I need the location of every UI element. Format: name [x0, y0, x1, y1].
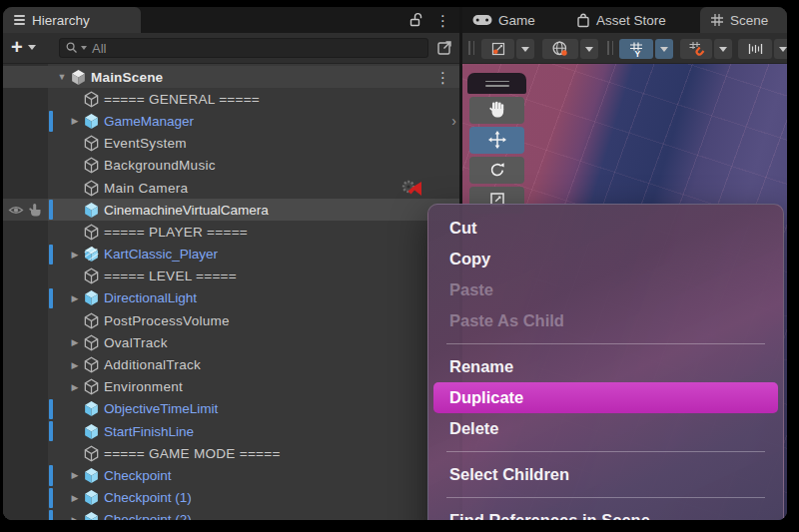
grid-visibility-dropdown[interactable] — [655, 39, 673, 59]
row-menu-button[interactable]: ⋮ — [435, 66, 450, 88]
hierarchy-row[interactable]: ===== GAME MODE ===== — [3, 442, 459, 464]
row-content[interactable]: BackgroundMusic — [48, 155, 459, 177]
row-content[interactable]: CinemachineVirtualCamera — [48, 199, 459, 221]
row-content[interactable]: ===== GAME MODE ===== — [48, 442, 459, 464]
menu-item[interactable] — [446, 451, 765, 452]
hierarchy-row[interactable]: ▶ Checkpoint — [3, 464, 459, 486]
row-content[interactable]: StartFinishLine — [48, 420, 459, 442]
view-hand-tool-button[interactable] — [469, 97, 524, 125]
row-content[interactable]: ▶ AdditionalTrack — [48, 353, 459, 375]
hierarchy-row[interactable]: ▶ AdditionalTrack — [3, 353, 459, 375]
menu-item[interactable]: Find References in Scene — [428, 505, 783, 520]
hierarchy-row[interactable]: ObjectiveTimeLimit — [3, 398, 459, 420]
disclosure-arrow[interactable]: ▶ — [68, 354, 82, 376]
hierarchy-row[interactable]: ===== PLAYER ===== — [3, 221, 459, 243]
chevron-down-icon — [660, 47, 668, 52]
disclosure-arrow[interactable]: ▶ — [68, 244, 82, 266]
eye-icon[interactable] — [8, 204, 24, 217]
lock-icon[interactable] — [408, 7, 423, 33]
row-content[interactable]: ▼ MainScene ⋮ — [48, 66, 459, 88]
prefab-cube-icon — [83, 202, 100, 219]
search-input[interactable]: All — [59, 38, 428, 58]
pick-hand-icon[interactable] — [28, 203, 43, 218]
hierarchy-row[interactable]: PostProcessVolume — [3, 309, 459, 331]
panel-tab[interactable]: Game — [462, 7, 545, 33]
disclosure-arrow[interactable]: ▶ — [68, 331, 82, 353]
row-content[interactable]: ▶ GameManager › — [48, 110, 459, 132]
grid-snapping-dropdown[interactable] — [714, 39, 732, 59]
tool-handle-position-button[interactable] — [481, 39, 514, 59]
hierarchy-row[interactable]: ===== GENERAL ===== — [3, 88, 459, 110]
grid-visibility-button[interactable]: Y — [619, 39, 653, 59]
hierarchy-row[interactable]: Main Camera — [3, 177, 459, 199]
tool-handle-rotation-button[interactable] — [542, 39, 578, 59]
hierarchy-row[interactable]: ▶ KartClassic_Player — [3, 244, 459, 266]
row-content[interactable]: ▶ DirectionalLight — [48, 287, 459, 309]
menu-item[interactable]: Paste As Child — [428, 305, 783, 336]
menu-item[interactable]: Copy — [428, 244, 783, 274]
disclosure-arrow[interactable]: ▼ — [55, 66, 69, 88]
row-content[interactable]: ===== LEVEL ===== — [48, 266, 459, 287]
hierarchy-row[interactable]: ▼ MainScene ⋮ — [3, 66, 459, 88]
row-content[interactable]: ▶ Checkpoint — [48, 464, 459, 486]
menu-item[interactable]: Rename — [428, 351, 783, 382]
row-content[interactable]: ObjectiveTimeLimit — [48, 398, 459, 420]
row-content[interactable]: ▶ Environment — [48, 376, 459, 398]
create-object-button[interactable]: + — [11, 36, 36, 58]
popout-window-icon[interactable] — [435, 38, 454, 61]
row-content[interactable]: EventSystem — [48, 133, 459, 155]
menu-item-label: Paste — [449, 280, 493, 299]
menu-item[interactable]: Duplicate — [433, 382, 778, 413]
disclosure-arrow[interactable]: ▶ — [68, 509, 82, 520]
hierarchy-row[interactable]: BackgroundMusic — [3, 155, 459, 177]
hierarchy-menu-button[interactable]: ⋮ — [435, 7, 450, 33]
tab-hierarchy[interactable]: Hierarchy — [3, 7, 141, 33]
rotate-tool-button[interactable] — [469, 157, 524, 185]
chevron-right-icon[interactable]: › — [451, 110, 456, 132]
hierarchy-row[interactable]: StartFinishLine — [3, 420, 459, 442]
snap-increment-dropdown[interactable] — [774, 39, 787, 59]
row-content[interactable]: ▶ KartClassic_Player — [48, 244, 459, 266]
row-content[interactable]: ===== PLAYER ===== — [48, 221, 459, 243]
hierarchy-row[interactable]: ===== LEVEL ===== — [3, 266, 459, 287]
menu-item[interactable]: Paste — [428, 274, 783, 305]
disclosure-arrow[interactable]: ▶ — [68, 287, 82, 309]
disclosure-arrow[interactable]: ▶ — [68, 464, 82, 486]
panel-tab[interactable]: Scene — [700, 7, 787, 33]
menu-item[interactable] — [446, 497, 765, 498]
hierarchy-row[interactable]: ▶ OvalTrack — [3, 331, 459, 353]
grid-snapping-button[interactable] — [680, 39, 712, 59]
menu-item[interactable]: Cut — [428, 213, 783, 244]
menu-item[interactable] — [446, 343, 765, 344]
hierarchy-row[interactable]: ▶ Checkpoint (2) — [3, 509, 459, 520]
overlay-drag-handle[interactable] — [467, 73, 526, 94]
row-gutter — [3, 88, 48, 110]
toolbar-handle-icon[interactable] — [468, 41, 474, 55]
prefab-cube-icon — [83, 289, 100, 306]
hierarchy-row[interactable]: ▶ Environment — [3, 376, 459, 398]
row-content[interactable]: ▶ Checkpoint (1) — [48, 487, 459, 509]
hierarchy-row[interactable]: CinemachineVirtualCamera — [3, 199, 459, 221]
tool-handle-position-dropdown[interactable] — [516, 39, 534, 59]
row-content[interactable]: ===== GENERAL ===== — [48, 88, 459, 110]
override-bar — [49, 288, 53, 308]
hierarchy-row[interactable]: ▶ DirectionalLight — [3, 287, 459, 309]
row-content[interactable]: ▶ OvalTrack — [48, 331, 459, 353]
hierarchy-row[interactable]: EventSystem — [3, 133, 459, 155]
disclosure-arrow[interactable]: ▶ — [68, 110, 82, 132]
tool-handle-rotation-dropdown[interactable] — [580, 39, 598, 59]
move-tool-button[interactable] — [469, 127, 524, 155]
row-content[interactable]: ▶ Checkpoint (2) — [48, 509, 459, 520]
panel-tab[interactable]: Asset Store — [566, 7, 676, 33]
row-content[interactable]: PostProcessVolume — [48, 309, 459, 331]
hierarchy-row[interactable]: ▶ GameManager › — [3, 110, 459, 132]
grid-icon — [710, 13, 724, 27]
hierarchy-row[interactable]: ▶ Checkpoint (1) — [3, 487, 459, 509]
disclosure-arrow[interactable]: ▶ — [68, 487, 82, 509]
search-filter-caret-icon[interactable] — [81, 46, 87, 50]
disclosure-arrow[interactable]: ▶ — [68, 376, 82, 398]
snap-increment-button[interactable] — [738, 39, 772, 59]
row-content[interactable]: Main Camera — [48, 177, 459, 199]
menu-item[interactable]: Delete — [428, 413, 783, 444]
menu-item[interactable]: Select Children — [428, 459, 783, 490]
